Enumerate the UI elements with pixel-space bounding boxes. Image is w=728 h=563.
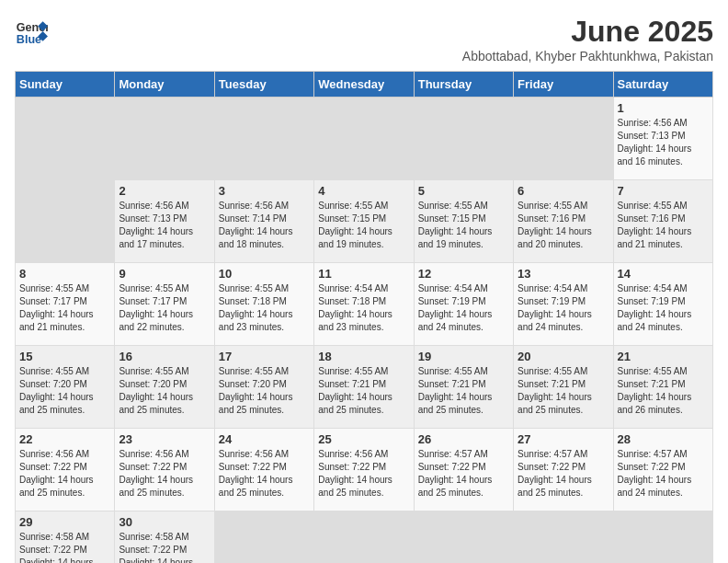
calendar-cell bbox=[514, 511, 613, 564]
calendar-cell: 21Sunrise: 4:55 AMSunset: 7:21 PMDayligh… bbox=[613, 346, 712, 429]
day-number: 15 bbox=[19, 350, 110, 363]
day-number: 27 bbox=[518, 432, 609, 446]
calendar-cell: 25Sunrise: 4:56 AMSunset: 7:22 PMDayligh… bbox=[314, 429, 414, 511]
day-number: 11 bbox=[318, 267, 409, 281]
header-cell-thursday: Thursday bbox=[414, 72, 513, 98]
header-cell-friday: Friday bbox=[514, 72, 613, 98]
header-row: SundayMondayTuesdayWednesdayThursdayFrid… bbox=[16, 72, 713, 98]
day-number: 30 bbox=[119, 515, 210, 529]
calendar-cell: 11Sunrise: 4:54 AMSunset: 7:18 PMDayligh… bbox=[314, 263, 414, 346]
page-container: General Blue June 2025 Abbottabad, Khybe… bbox=[15, 15, 713, 563]
header-cell-tuesday: Tuesday bbox=[214, 72, 313, 98]
day-number: 23 bbox=[119, 432, 210, 446]
calendar-cell: 28Sunrise: 4:57 AMSunset: 7:22 PMDayligh… bbox=[613, 429, 712, 511]
day-number: 4 bbox=[318, 184, 409, 198]
calendar-cell bbox=[414, 511, 513, 564]
calendar-cell: 12Sunrise: 4:54 AMSunset: 7:19 PMDayligh… bbox=[414, 263, 513, 346]
calendar-cell: 27Sunrise: 4:57 AMSunset: 7:22 PMDayligh… bbox=[514, 429, 613, 511]
day-number: 7 bbox=[618, 184, 709, 198]
day-number: 10 bbox=[219, 267, 310, 281]
calendar-cell bbox=[214, 98, 313, 180]
day-number: 1 bbox=[618, 101, 709, 115]
day-number: 9 bbox=[119, 267, 210, 281]
calendar-cell: 26Sunrise: 4:57 AMSunset: 7:22 PMDayligh… bbox=[414, 429, 513, 511]
calendar-cell bbox=[514, 98, 613, 180]
calendar-cell: 17Sunrise: 4:55 AMSunset: 7:20 PMDayligh… bbox=[214, 346, 313, 429]
day-number: 2 bbox=[119, 184, 210, 198]
calendar-cell: 6Sunrise: 4:55 AMSunset: 7:16 PMDaylight… bbox=[514, 180, 613, 263]
day-number: 14 bbox=[618, 267, 709, 281]
day-number: 13 bbox=[518, 267, 609, 281]
day-number: 12 bbox=[418, 267, 509, 281]
header-cell-saturday: Saturday bbox=[613, 72, 712, 98]
header-cell-monday: Monday bbox=[115, 72, 214, 98]
calendar-cell: 9Sunrise: 4:55 AMSunset: 7:17 PMDaylight… bbox=[115, 263, 214, 346]
calendar-cell bbox=[115, 98, 214, 180]
calendar-cell: 4Sunrise: 4:55 AMSunset: 7:15 PMDaylight… bbox=[314, 180, 414, 263]
calendar-cell: 1Sunrise: 4:56 AMSunset: 7:13 PMDaylight… bbox=[613, 98, 712, 180]
day-number: 22 bbox=[19, 432, 110, 446]
subtitle: Abbottabad, Khyber Pakhtunkhwa, Pakistan bbox=[462, 49, 713, 63]
day-number: 19 bbox=[418, 350, 509, 363]
calendar-cell: 10Sunrise: 4:55 AMSunset: 7:18 PMDayligh… bbox=[214, 263, 313, 346]
day-number: 17 bbox=[219, 350, 310, 363]
calendar-cell: 23Sunrise: 4:56 AMSunset: 7:22 PMDayligh… bbox=[115, 429, 214, 511]
day-number: 26 bbox=[418, 432, 509, 446]
svg-text:Blue: Blue bbox=[17, 33, 41, 46]
calendar-cell bbox=[414, 98, 513, 180]
calendar-cell: 20Sunrise: 4:55 AMSunset: 7:21 PMDayligh… bbox=[514, 346, 613, 429]
day-number: 16 bbox=[119, 350, 210, 363]
calendar-cell: 19Sunrise: 4:55 AMSunset: 7:21 PMDayligh… bbox=[414, 346, 513, 429]
calendar-cell: 22Sunrise: 4:56 AMSunset: 7:22 PMDayligh… bbox=[16, 429, 115, 511]
calendar-cell: 3Sunrise: 4:56 AMSunset: 7:14 PMDaylight… bbox=[214, 180, 313, 263]
calendar-cell: 7Sunrise: 4:55 AMSunset: 7:16 PMDaylight… bbox=[613, 180, 712, 263]
calendar-cell: 8Sunrise: 4:55 AMSunset: 7:17 PMDaylight… bbox=[16, 263, 115, 346]
day-number: 21 bbox=[618, 350, 709, 363]
header-cell-wednesday: Wednesday bbox=[314, 72, 414, 98]
calendar-cell bbox=[16, 180, 115, 263]
logo: General Blue bbox=[15, 15, 48, 48]
calendar-cell: 13Sunrise: 4:54 AMSunset: 7:19 PMDayligh… bbox=[514, 263, 613, 346]
calendar-cell bbox=[214, 511, 313, 564]
calendar-cell bbox=[16, 98, 115, 180]
calendar-cell: 16Sunrise: 4:55 AMSunset: 7:20 PMDayligh… bbox=[115, 346, 214, 429]
calendar-cell bbox=[314, 98, 414, 180]
calendar-cell bbox=[613, 511, 712, 564]
calendar-table: SundayMondayTuesdayWednesdayThursdayFrid… bbox=[15, 71, 713, 563]
calendar-cell: 30Sunrise: 4:58 AMSunset: 7:22 PMDayligh… bbox=[115, 511, 214, 564]
day-number: 20 bbox=[518, 350, 609, 363]
day-number: 3 bbox=[219, 184, 310, 198]
main-title: June 2025 bbox=[462, 15, 713, 49]
calendar-cell: 2Sunrise: 4:56 AMSunset: 7:13 PMDaylight… bbox=[115, 180, 214, 263]
header: General Blue June 2025 Abbottabad, Khybe… bbox=[15, 15, 713, 63]
day-number: 29 bbox=[19, 515, 110, 529]
calendar-cell: 18Sunrise: 4:55 AMSunset: 7:21 PMDayligh… bbox=[314, 346, 414, 429]
logo-icon: General Blue bbox=[15, 15, 48, 48]
title-area: June 2025 Abbottabad, Khyber Pakhtunkhwa… bbox=[462, 15, 713, 63]
calendar-cell: 5Sunrise: 4:55 AMSunset: 7:15 PMDaylight… bbox=[414, 180, 513, 263]
day-number: 8 bbox=[19, 267, 110, 281]
day-number: 5 bbox=[418, 184, 509, 198]
day-number: 28 bbox=[618, 432, 709, 446]
calendar-cell bbox=[314, 511, 414, 564]
day-number: 24 bbox=[219, 432, 310, 446]
calendar-cell: 29Sunrise: 4:58 AMSunset: 7:22 PMDayligh… bbox=[16, 511, 115, 564]
header-cell-sunday: Sunday bbox=[16, 72, 115, 98]
calendar-cell: 14Sunrise: 4:54 AMSunset: 7:19 PMDayligh… bbox=[613, 263, 712, 346]
day-number: 25 bbox=[318, 432, 409, 446]
day-number: 6 bbox=[518, 184, 609, 198]
calendar-cell: 24Sunrise: 4:56 AMSunset: 7:22 PMDayligh… bbox=[214, 429, 313, 511]
calendar-cell: 15Sunrise: 4:55 AMSunset: 7:20 PMDayligh… bbox=[16, 346, 115, 429]
day-number: 18 bbox=[318, 350, 409, 363]
